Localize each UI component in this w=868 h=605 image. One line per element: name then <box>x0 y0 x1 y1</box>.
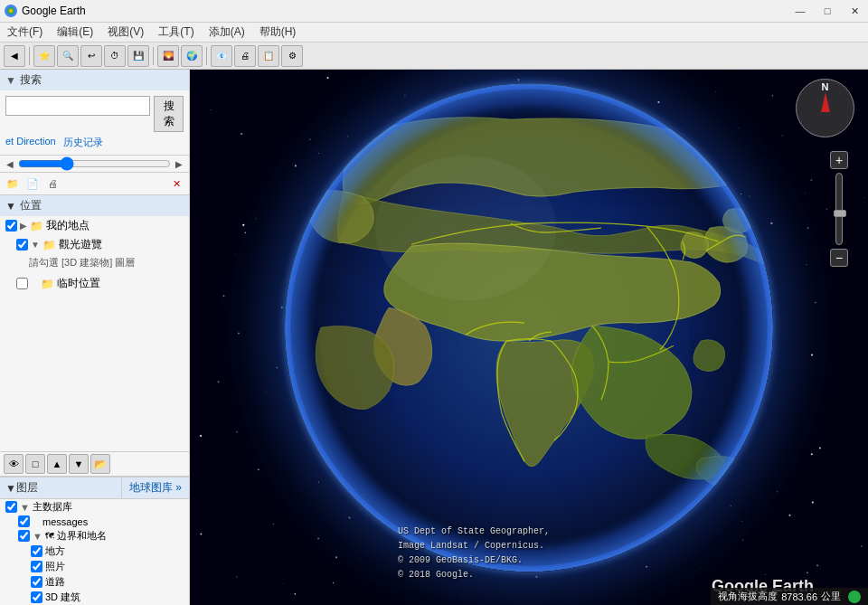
toolbar-btn-6[interactable]: 🌄 <box>157 45 179 67</box>
maximize-button[interactable]: □ <box>814 0 841 23</box>
myplaces-checkbox[interactable] <box>5 220 17 232</box>
roads-label: 道路 <box>45 575 65 589</box>
toolbar-back-button[interactable]: ◀ <box>4 45 25 67</box>
nav-btn-down[interactable]: ▼ <box>69 454 89 474</box>
menu-tools[interactable]: 工具(T) <box>151 23 201 42</box>
borders-expand[interactable]: ▼ <box>33 531 42 542</box>
photos-label: 照片 <box>45 560 65 573</box>
search-button[interactable]: 搜索 <box>154 96 184 132</box>
places-layer-checkbox[interactable] <box>31 545 42 557</box>
toolbar-btn-2[interactable]: 🔍 <box>57 45 79 67</box>
globe-area[interactable]: N + − US Dept of State Geographer, Image… <box>190 70 868 605</box>
globe-info: US Dept of State Geographer, Image Lands… <box>398 525 550 582</box>
toolbar-btn-8[interactable]: 📧 <box>211 45 232 67</box>
places-header[interactable]: ▼ 位置 <box>0 195 189 216</box>
main-layout: ▼ 搜索 搜索 et Direction 历史记录 ◀ ▶ 📁 <box>0 70 868 605</box>
search-section: ▼ 搜索 搜索 et Direction 历史记录 <box>0 70 189 156</box>
search-input[interactable] <box>5 96 150 116</box>
toolbar-btn-1[interactable]: ⭐ <box>33 45 55 67</box>
compass-circle[interactable]: N <box>796 79 854 137</box>
layer-item-messages[interactable]: ▶ messages <box>0 515 189 528</box>
layer-item-places[interactable]: 地方 <box>0 544 189 559</box>
tourism-folder-icon: 📁 <box>42 239 56 251</box>
toolbar-btn-5[interactable]: 💾 <box>127 45 149 67</box>
maindb-expand[interactable]: ▼ <box>20 502 30 513</box>
tree-item-myplaces[interactable]: ▶ 📁 我的地点 <box>0 216 189 235</box>
messages-checkbox[interactable] <box>18 515 30 527</box>
tree-item-tourism[interactable]: ▼ 📁 觀光遊覽 <box>0 235 189 254</box>
scroll-left-btn[interactable]: ◀ <box>4 157 16 170</box>
3d-buildings-checkbox[interactable] <box>31 591 42 603</box>
layers-list: ▼ 主数据库 ▶ messages ▼ 🗺 边界和地名 <box>0 499 189 605</box>
statusbar-unit: 公里 <box>821 590 841 603</box>
places-print-btn[interactable]: 🖨 <box>43 175 61 193</box>
layer-item-maindb[interactable]: ▼ 主数据库 <box>0 499 189 515</box>
toolbar-btn-4[interactable]: ⏱ <box>104 45 126 67</box>
maindb-checkbox[interactable] <box>5 501 17 513</box>
toolbar-btn-9[interactable]: 🖨 <box>234 45 256 67</box>
tree-item-temp[interactable]: ▶ 📁 临时位置 <box>0 274 189 293</box>
myplaces-folder-icon: 📁 <box>30 220 43 232</box>
toolbar-btn-7[interactable]: 🌍 <box>181 45 203 67</box>
places-new-btn[interactable]: 📄 <box>24 175 42 193</box>
temp-folder-icon: 📁 <box>41 278 54 290</box>
close-button[interactable]: ✕ <box>841 0 868 23</box>
borders-icon: 🗺 <box>45 531 54 541</box>
toolbar-btn-11[interactable]: ⚙ <box>281 45 303 67</box>
scroll-right-btn[interactable]: ▶ <box>173 157 185 170</box>
statusbar-value: 8783.66 <box>781 591 817 602</box>
menu-view[interactable]: 视图(V) <box>100 23 151 42</box>
temp-checkbox[interactable] <box>16 278 28 289</box>
library-button[interactable]: 地球图库 » <box>121 477 189 498</box>
layer-item-3d[interactable]: 3D 建筑 <box>0 590 189 605</box>
svg-point-8 <box>375 156 556 300</box>
places-folder-btn[interactable]: 📁 <box>4 175 22 193</box>
tree-item-3d[interactable]: 請勾選 [3D 建築物] 圖層 <box>0 254 189 270</box>
nav-compass[interactable]: N <box>796 79 859 142</box>
places-arrow: ▼ <box>5 200 16 213</box>
search-header[interactable]: ▼ 搜索 <box>0 70 189 90</box>
scroll-slider[interactable] <box>18 157 171 170</box>
menu-add[interactable]: 添加(A) <box>202 23 252 42</box>
borders-checkbox[interactable] <box>18 530 30 542</box>
globe-info-line2: Image Landsat / Copernicus. <box>398 539 550 553</box>
globe-info-line4: © 2018 Google. <box>398 568 550 582</box>
myplaces-label: 我的地点 <box>46 218 90 233</box>
layer-item-borders[interactable]: ▼ 🗺 边界和地名 <box>0 528 189 544</box>
toolbar-btn-3[interactable]: ↩ <box>80 45 102 67</box>
nav-btn-square[interactable]: □ <box>25 454 45 474</box>
globe[interactable] <box>285 83 773 572</box>
layer-item-photos[interactable]: 照片 <box>0 559 189 574</box>
menubar: 文件(F) 编辑(E) 视图(V) 工具(T) 添加(A) 帮助(H) <box>0 23 868 43</box>
search-body: 搜索 et Direction 历史记录 <box>0 90 189 155</box>
layers-header[interactable]: ▼ 图层 <box>0 477 121 498</box>
zoom-out-button[interactable]: − <box>830 249 848 267</box>
tourism-expand[interactable]: ▼ <box>31 240 40 250</box>
layer-item-roads[interactable]: 道路 <box>0 574 189 590</box>
menu-file[interactable]: 文件(F) <box>0 23 50 42</box>
places-close-btn[interactable]: ✕ <box>167 175 185 193</box>
globe-svg <box>285 83 773 572</box>
nav-btn-eye[interactable]: 👁 <box>4 454 24 474</box>
menu-edit[interactable]: 编辑(E) <box>50 23 100 42</box>
3d-label: 請勾選 [3D 建築物] 圖層 <box>29 256 135 269</box>
nav-btn-folder[interactable]: 📂 <box>90 454 110 474</box>
left-panel: ▼ 搜索 搜索 et Direction 历史记录 ◀ ▶ 📁 <box>0 70 190 605</box>
history-link[interactable]: 历史记录 <box>63 136 103 149</box>
compass-north-label: N <box>822 81 829 92</box>
zoom-slider-track[interactable] <box>835 173 843 245</box>
nav-btn-up[interactable]: ▲ <box>47 454 67 474</box>
menu-help[interactable]: 帮助(H) <box>252 23 304 42</box>
globe-container[interactable] <box>285 83 773 572</box>
toolbar-btn-10[interactable]: 📋 <box>258 45 279 67</box>
zoom-thumb[interactable] <box>834 210 846 217</box>
zoom-in-button[interactable]: + <box>830 151 848 169</box>
tourism-checkbox[interactable] <box>16 239 28 251</box>
minimize-button[interactable]: — <box>787 0 814 23</box>
roads-checkbox[interactable] <box>31 576 42 588</box>
photos-checkbox[interactable] <box>31 561 42 572</box>
get-direction-link[interactable]: et Direction <box>5 136 56 149</box>
myplaces-expand[interactable]: ▶ <box>20 221 27 231</box>
scroll-row: ◀ ▶ <box>0 156 189 173</box>
nav-bottom: 👁 □ ▲ ▼ 📂 <box>0 451 189 477</box>
